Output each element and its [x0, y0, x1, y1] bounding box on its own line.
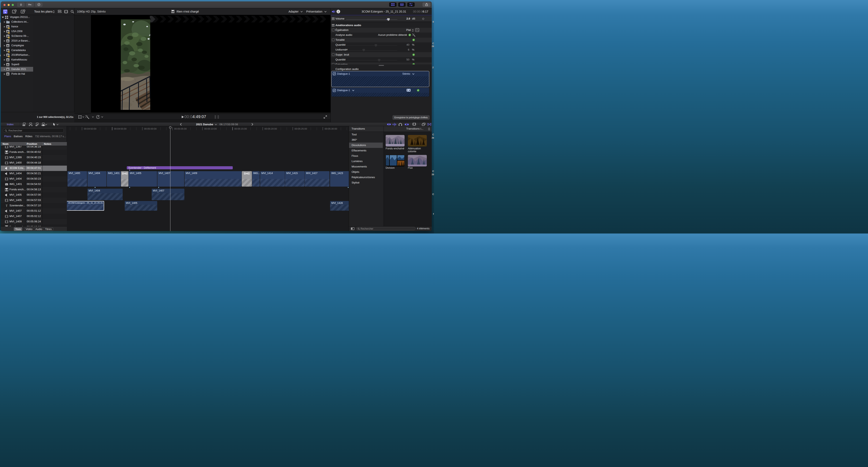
- svg-text:♪: ♪: [13, 10, 14, 13]
- svg-text:★: ★: [7, 15, 8, 17]
- svg-text:★: ★: [7, 17, 8, 19]
- svg-text:★: ★: [5, 17, 6, 19]
- svg-text:★: ★: [5, 15, 6, 17]
- svg-text:T: T: [6, 204, 8, 207]
- svg-text:★: ★: [4, 11, 6, 13]
